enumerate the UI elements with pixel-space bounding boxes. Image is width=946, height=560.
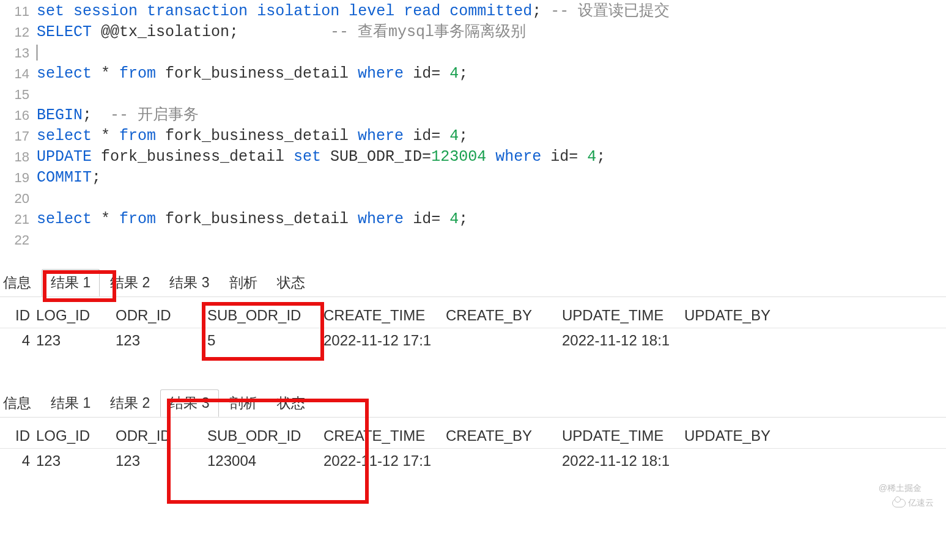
tab-信息[interactable]: 信息 — [0, 389, 40, 417]
col-UPDATE_BY[interactable]: UPDATE_BY — [682, 424, 804, 448]
code-line[interactable]: select * from fork_business_detail where… — [37, 64, 946, 84]
code-token: 4 — [449, 64, 459, 84]
sql-editor[interactable]: 111213141516171819202122 set session tra… — [0, 0, 946, 251]
code-token: session — [73, 1, 138, 22]
cell-UPDATE_TIME[interactable]: 2022-11-12 18:1 — [560, 449, 682, 473]
code-token — [339, 1, 349, 22]
result2-data-row[interactable]: 41231231230042022-11-12 17:12022-11-12 1… — [0, 449, 946, 473]
col-ODR_ID[interactable]: ODR_ID — [113, 424, 205, 448]
result-panel-1: 信息结果 1结果 2结果 3剖析状态 IDLOG_IDODR_IDSUB_ODR… — [0, 269, 946, 353]
cell-CREATE_TIME[interactable]: 2022-11-12 17:1 — [321, 449, 443, 473]
code-token: read — [404, 1, 440, 22]
col-ID[interactable]: ID — [0, 424, 34, 448]
cell-CREATE_BY[interactable] — [443, 337, 560, 344]
col-CREATE_BY[interactable]: CREATE_BY — [443, 303, 560, 328]
code-token: 123004 — [431, 147, 486, 168]
col-LOG_ID[interactable]: LOG_ID — [34, 303, 113, 328]
code-token: ; — [459, 209, 468, 230]
code-line[interactable]: select * from fork_business_detail where… — [37, 209, 946, 230]
code-line[interactable]: COMMIT; — [37, 168, 946, 188]
tab-结果 3[interactable]: 结果 3 — [160, 269, 218, 297]
tab-结果 3[interactable]: 结果 3 — [160, 389, 218, 417]
code-token — [440, 1, 449, 22]
code-token: where — [358, 126, 404, 147]
col-CREATE_TIME[interactable]: CREATE_TIME — [321, 424, 443, 448]
code-line[interactable] — [37, 230, 946, 251]
code-line[interactable] — [37, 188, 946, 209]
cell-LOG_ID[interactable]: 123 — [34, 449, 113, 473]
code-line[interactable] — [37, 84, 946, 105]
code-area[interactable]: set session transaction isolation level … — [37, 1, 946, 251]
result-panel-2: 信息结果 1结果 2结果 3剖析状态 IDLOG_IDODR_IDSUB_ODR… — [0, 389, 946, 473]
code-line[interactable]: set session transaction isolation level … — [37, 1, 946, 22]
cell-UPDATE_BY[interactable] — [682, 457, 804, 465]
tab-结果 2[interactable]: 结果 2 — [101, 389, 159, 417]
code-token: fork_business_detail — [92, 147, 294, 168]
cell-SUB_ODR_ID[interactable]: 5 — [205, 328, 321, 353]
code-token: where — [495, 147, 541, 168]
col-CREATE_TIME[interactable]: CREATE_TIME — [321, 303, 443, 328]
cell-LOG_ID[interactable]: 123 — [34, 328, 113, 353]
code-token: set — [37, 1, 64, 22]
cell-ID[interactable]: 4 — [0, 449, 34, 473]
code-token: select — [37, 126, 92, 147]
col-UPDATE_TIME[interactable]: UPDATE_TIME — [560, 424, 682, 448]
col-SUB_ODR_ID[interactable]: SUB_ODR_ID — [205, 424, 321, 448]
col-ID[interactable]: ID — [0, 303, 34, 328]
tab-结果 1[interactable]: 结果 1 — [42, 389, 100, 417]
code-line[interactable]: SELECT @@tx_isolation; -- 查看mysql事务隔离级别 — [37, 22, 946, 43]
code-token: 4 — [449, 126, 459, 147]
result1-header-row: IDLOG_IDODR_IDSUB_ODR_IDCREATE_TIMECREAT… — [0, 303, 946, 328]
code-token: 4 — [449, 209, 459, 230]
tab-信息[interactable]: 信息 — [0, 269, 40, 297]
col-UPDATE_TIME[interactable]: UPDATE_TIME — [560, 303, 682, 328]
code-token: -- 设置读已提交 — [550, 1, 670, 22]
col-SUB_ODR_ID[interactable]: SUB_ODR_ID — [205, 303, 321, 328]
code-token — [64, 1, 73, 22]
cell-CREATE_BY[interactable] — [443, 457, 560, 465]
cell-CREATE_TIME[interactable]: 2022-11-12 17:1 — [321, 328, 443, 353]
tab-剖析[interactable]: 剖析 — [220, 389, 267, 417]
tab-状态[interactable]: 状态 — [268, 389, 314, 417]
code-token: id= — [404, 126, 449, 147]
cell-ODR_ID[interactable]: 123 — [113, 328, 205, 353]
code-line[interactable]: UPDATE fork_business_detail set SUB_ODR_… — [37, 147, 946, 168]
tab-结果 1[interactable]: 结果 1 — [42, 269, 100, 297]
col-LOG_ID[interactable]: LOG_ID — [34, 424, 113, 448]
tab-状态[interactable]: 状态 — [268, 269, 314, 297]
tab-结果 2[interactable]: 结果 2 — [101, 269, 159, 297]
col-ODR_ID[interactable]: ODR_ID — [113, 303, 205, 328]
code-token: * — [92, 126, 119, 147]
code-token: ; — [459, 64, 468, 84]
result2-tabs[interactable]: 信息结果 1结果 2结果 3剖析状态 — [0, 389, 946, 418]
tab-剖析[interactable]: 剖析 — [220, 269, 267, 297]
code-token: * — [92, 209, 119, 230]
cell-ODR_ID[interactable]: 123 — [113, 449, 205, 473]
code-line[interactable] — [37, 43, 946, 64]
code-token: select — [37, 64, 92, 84]
code-token: fork_business_detail — [156, 209, 358, 230]
code-token: @@tx_isolation; — [92, 22, 330, 43]
code-token — [394, 1, 404, 22]
code-token: from — [119, 209, 156, 230]
cell-ID[interactable]: 4 — [0, 328, 34, 353]
code-line[interactable]: BEGIN; -- 开启事务 — [37, 105, 946, 126]
code-line[interactable]: select * from fork_business_detail where… — [37, 126, 946, 147]
col-CREATE_BY[interactable]: CREATE_BY — [443, 424, 560, 448]
code-token: id= — [404, 209, 449, 230]
code-token: COMMIT — [37, 168, 92, 188]
cell-UPDATE_TIME[interactable]: 2022-11-12 18:1 — [560, 328, 682, 353]
code-token: ; — [83, 105, 110, 126]
code-token — [486, 147, 495, 168]
code-token: transaction — [147, 1, 248, 22]
result1-tabs[interactable]: 信息结果 1结果 2结果 3剖析状态 — [0, 269, 946, 297]
col-UPDATE_BY[interactable]: UPDATE_BY — [682, 303, 804, 328]
cell-SUB_ODR_ID[interactable]: 123004 — [205, 449, 321, 473]
code-token: id= — [404, 64, 449, 84]
code-token: ; — [532, 1, 550, 22]
code-token: isolation — [257, 1, 339, 22]
watermark-juejin: @稀土掘金 — [879, 483, 922, 494]
cell-UPDATE_BY[interactable] — [682, 337, 804, 344]
code-token: * — [92, 64, 119, 84]
result1-data-row[interactable]: 412312352022-11-12 17:12022-11-12 18:1 — [0, 328, 946, 353]
